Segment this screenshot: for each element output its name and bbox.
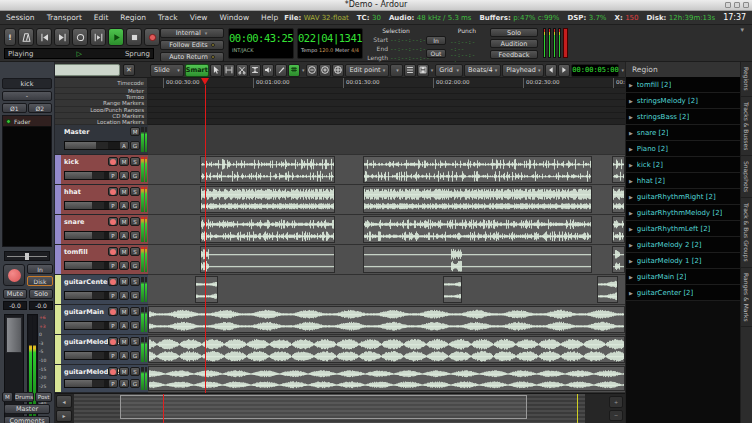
audio-region[interactable] — [363, 186, 592, 213]
track-solo-button[interactable]: S — [130, 187, 140, 196]
region-list-item[interactable]: ▶guitarMelody 1 [2] — [626, 253, 740, 269]
auto-return-button[interactable]: Auto Return — [160, 52, 224, 62]
audition-button[interactable]: Audition — [490, 39, 538, 48]
fader-knob[interactable] — [92, 352, 104, 359]
secondary-clock[interactable]: 022|04|1341 Tempo 120.0 Meter 4/4 — [297, 28, 363, 59]
audio-region[interactable] — [148, 306, 625, 333]
chevron-down-icon[interactable]: ▾ — [301, 67, 306, 73]
range-tool-button[interactable] — [223, 64, 235, 77]
audio-region[interactable] — [195, 276, 218, 303]
shuttle-control[interactable]: Playing ▷ Sprung — [4, 48, 154, 59]
zoom-in-button[interactable] — [319, 64, 331, 77]
track-header[interactable]: guitarMainMSPAG — [55, 305, 148, 335]
record-enable-button[interactable] — [3, 264, 25, 286]
minimize-icon[interactable] — [725, 2, 731, 8]
track-header[interactable]: tomfillMSPAG — [55, 245, 148, 275]
track-group-button[interactable]: G — [130, 261, 140, 270]
track-header[interactable]: snareMSPAG — [55, 215, 148, 245]
track-automation-button[interactable]: A — [119, 261, 129, 270]
phase-invert-1-button[interactable]: Ø1 — [2, 103, 27, 113]
track-name-label[interactable]: kick — [64, 158, 79, 166]
internal-edit-button[interactable] — [288, 64, 300, 77]
play-button[interactable] — [108, 28, 124, 46]
strip-input-button[interactable]: - — [2, 91, 52, 101]
audio-region[interactable] — [612, 216, 625, 243]
region-list-item[interactable]: ▶guitarMelody 2 [2] — [626, 237, 740, 253]
disclosure-triangle-icon[interactable]: ▶ — [629, 226, 633, 232]
track-record-enable-button[interactable] — [108, 157, 118, 166]
disclosure-triangle-icon[interactable]: ▶ — [629, 274, 633, 280]
track-automation-button[interactable]: A — [119, 351, 129, 360]
track-gain-fader[interactable] — [64, 171, 114, 180]
processor-led[interactable] — [6, 119, 11, 124]
snap-mode-combo[interactable]: Grid▾ — [435, 64, 463, 77]
fader-knob[interactable] — [92, 232, 104, 239]
audition-tool-button[interactable] — [262, 64, 274, 77]
fader-knob[interactable] — [92, 172, 104, 179]
region-list-item[interactable]: ▶Piano [2] — [626, 141, 740, 157]
track-lane[interactable] — [148, 335, 625, 365]
region-list-item[interactable]: ▶kick [2] — [626, 157, 740, 173]
fader-knob[interactable] — [92, 322, 104, 329]
edit-point-combo[interactable]: Playhead▾ — [502, 64, 544, 77]
tab-snapshots[interactable]: Snapshots — [741, 156, 752, 198]
stop-button[interactable] — [126, 28, 142, 46]
track-playlist-button[interactable]: P — [108, 261, 118, 270]
track-mute-button[interactable]: M — [119, 157, 129, 166]
disclosure-triangle-icon[interactable]: ▶ — [629, 130, 633, 136]
disclosure-triangle-icon[interactable]: ▶ — [629, 98, 633, 104]
track-mute-button[interactable]: M — [119, 307, 129, 316]
disclosure-triangle-icon[interactable]: ▶ — [629, 210, 633, 216]
track-lane[interactable] — [148, 185, 625, 215]
region-list-item[interactable]: ▶guitarRhythmRight [2] — [626, 189, 740, 205]
track-name-label[interactable]: tomfill — [64, 248, 88, 256]
track-solo-button[interactable]: S — [130, 337, 140, 346]
scroll-right-button[interactable]: ▸ — [56, 410, 72, 423]
disclosure-triangle-icon[interactable]: ▶ — [629, 290, 633, 296]
track-name-label[interactable]: hhat — [64, 188, 81, 196]
menu-window[interactable]: Window — [214, 11, 256, 24]
strip-close-button[interactable]: ✕ — [123, 64, 135, 76]
track-playlist-button[interactable]: P — [108, 321, 118, 330]
track-header[interactable]: MasterMAG — [55, 125, 148, 155]
track-gain-fader[interactable] — [64, 379, 114, 388]
track-record-enable-button[interactable] — [108, 217, 118, 226]
cut-tool-button[interactable] — [236, 64, 248, 77]
track-record-enable-button[interactable] — [108, 247, 118, 256]
disclosure-triangle-icon[interactable]: ▶ — [629, 194, 633, 200]
fader-knob[interactable] — [92, 380, 104, 387]
peak-display[interactable]: -0.0 — [29, 301, 53, 310]
gain-display[interactable]: -0.0 — [3, 301, 27, 310]
track-lane[interactable] — [148, 275, 625, 305]
zoom-focus-combo[interactable]: Edit point▾ — [345, 64, 389, 77]
disclosure-triangle-icon[interactable]: ▶ — [629, 162, 633, 168]
track-lane[interactable] — [148, 365, 625, 393]
meter-point-button[interactable]: Post — [35, 392, 52, 402]
track-mute-button[interactable]: M — [119, 367, 129, 376]
group-strip-guitars[interactable] — [55, 305, 61, 334]
save-button[interactable] — [417, 64, 429, 77]
track-record-enable-button[interactable] — [108, 307, 118, 316]
track-record-enable-button[interactable] — [108, 367, 118, 376]
group-strip-guitars[interactable] — [55, 365, 61, 392]
play-selection-button[interactable] — [90, 28, 106, 46]
track-group-button[interactable]: G — [130, 291, 140, 300]
metering-button[interactable]: M — [2, 392, 13, 402]
summary-view-rect[interactable] — [120, 395, 527, 419]
track-header[interactable]: guitarMelody 1MSPAG — [55, 335, 148, 365]
track-height-button[interactable] — [404, 64, 416, 77]
fader-knob[interactable] — [96, 142, 108, 149]
midi-panic-button[interactable]: ! — [4, 28, 16, 46]
playhead-marker[interactable] — [201, 78, 209, 85]
track-gain-fader[interactable] — [64, 261, 114, 270]
summary-zoom-in-button[interactable]: + — [609, 396, 623, 408]
monitor-disk-button[interactable]: Disk — [27, 276, 53, 286]
audio-region[interactable] — [363, 156, 592, 183]
track-playlist-button[interactable]: P — [108, 171, 118, 180]
follow-edits-button[interactable]: Follow Edits — [160, 40, 224, 50]
menu-region[interactable]: Region — [114, 11, 152, 24]
group-button[interactable]: Drums — [14, 392, 34, 402]
audio-region[interactable] — [200, 156, 335, 183]
track-lane[interactable] — [148, 215, 625, 245]
solo-button[interactable]: Solo — [490, 28, 538, 37]
